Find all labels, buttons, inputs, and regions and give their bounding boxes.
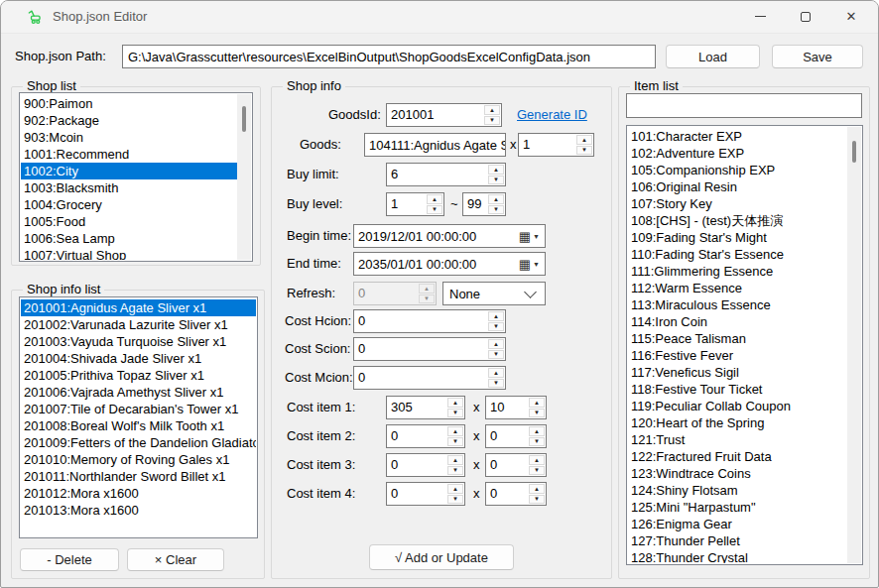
cost-hcion-spinner[interactable]: 0 ▲▼ — [353, 309, 506, 333]
arrow-up-icon[interactable]: ▲ — [529, 426, 545, 436]
arrow-down-icon[interactable]: ▼ — [529, 466, 545, 476]
shop-info-list-item[interactable]: 201007:Tile of Decarabian's Tower x1 — [21, 401, 256, 417]
end-time-picker[interactable]: 2035/01/01 00:00:00 ▦ ▼ — [353, 252, 546, 276]
begin-time-picker[interactable]: 2019/12/01 00:00:00 ▦ ▼ — [353, 224, 546, 248]
arrow-up-icon[interactable]: ▲ — [484, 105, 500, 115]
arrow-up-icon[interactable]: ▲ — [488, 165, 504, 175]
item-list-item[interactable]: 116:Festive Fever — [628, 347, 861, 364]
item-list-item[interactable]: 114:Iron Coin — [628, 313, 861, 330]
item-list-item[interactable]: 126:Enigma Gear — [628, 516, 861, 532]
item-list-item[interactable]: 109:Fading Star's Might — [628, 229, 861, 246]
arrow-up-icon[interactable]: ▲ — [488, 194, 504, 204]
arrow-down-icon[interactable]: ▼ — [529, 495, 545, 505]
load-button[interactable]: Load — [666, 45, 760, 68]
arrow-down-icon[interactable]: ▼ — [488, 350, 504, 360]
goods-count-spinner[interactable]: 1 ▲▼ — [518, 133, 594, 157]
item-list-item[interactable]: 120:Heart of the Spring — [628, 414, 861, 431]
shop-list-item[interactable]: 903:Mcoin — [21, 129, 251, 146]
arrow-down-icon[interactable]: ▼ — [529, 437, 545, 447]
item-list-item[interactable]: 118:Festive Tour Ticket — [628, 381, 861, 398]
arrow-up-icon[interactable]: ▲ — [529, 398, 545, 408]
item-list-item[interactable]: 124:Shiny Flotsam — [628, 482, 861, 499]
item-list-item[interactable]: 128:Thunder Crystal — [628, 549, 861, 563]
buy-level-min-spinner[interactable]: 1 ▲▼ — [386, 192, 444, 216]
item-list-item[interactable]: 110:Fading Star's Essence — [628, 246, 861, 263]
item-list-item[interactable]: 123:Windtrace Coins — [628, 465, 861, 482]
cost-mcion-spinner[interactable]: 0 ▲▼ — [353, 366, 506, 390]
shop-list-scrollbar[interactable] — [237, 94, 251, 260]
item-list-item[interactable]: 106:Original Resin — [628, 178, 861, 195]
maximize-button[interactable] — [783, 1, 828, 32]
arrow-down-icon[interactable]: ▼ — [447, 495, 463, 505]
cost-item-2-count-spinner[interactable]: 0 ▲▼ — [485, 424, 547, 448]
arrow-up-icon[interactable]: ▲ — [529, 455, 545, 465]
shop-info-list-item[interactable]: 201011:Northlander Sword Billet x1 — [21, 468, 256, 485]
shop-list-item[interactable]: 902:Package — [21, 112, 251, 129]
shop-info-list-item[interactable]: 201002:Varunada Lazurite Sliver x1 — [21, 316, 256, 333]
arrow-up-icon[interactable]: ▲ — [447, 484, 463, 494]
shop-info-list-item[interactable]: 201003:Vayuda Turquoise Sliver x1 — [21, 333, 256, 350]
arrow-down-icon[interactable]: ▼ — [447, 437, 463, 447]
cost-item-1-id-spinner[interactable]: 305 ▲▼ — [386, 396, 465, 419]
item-list-scrollbar[interactable] — [847, 127, 861, 563]
shop-info-list-item[interactable]: 201006:Vajrada Amethyst Sliver x1 — [21, 384, 256, 401]
goodsid-spinner[interactable]: 201001 ▲▼ — [386, 103, 502, 127]
item-list-item[interactable]: 101:Character EXP — [628, 128, 861, 145]
close-button[interactable]: ✕ — [828, 1, 874, 32]
arrow-down-icon[interactable]: ▼ — [484, 116, 500, 126]
cost-item-4-count-spinner[interactable]: 0 ▲▼ — [485, 482, 547, 506]
cost-item-3-id-spinner[interactable]: 0 ▲▼ — [386, 453, 465, 477]
item-list-item[interactable]: 102:Adventure EXP — [628, 145, 861, 162]
goods-input[interactable]: 104111:Agnidus Agate S — [364, 133, 506, 157]
item-list-item[interactable]: 122:Fractured Fruit Data — [628, 448, 861, 465]
scrollbar-thumb[interactable] — [242, 106, 246, 132]
arrow-up-icon[interactable]: ▲ — [427, 194, 442, 204]
arrow-down-icon[interactable]: ▼ — [488, 205, 504, 215]
dropdown-arrow-icon[interactable]: ▼ — [533, 261, 540, 268]
shop-list-item[interactable]: 1004:Grocery — [21, 196, 251, 213]
shop-info-list-item[interactable]: 201004:Shivada Jade Sliver x1 — [21, 350, 256, 367]
delete-button[interactable]: - Delete — [20, 548, 119, 571]
shop-info-listbox[interactable]: 201001:Agnidus Agate Sliver x1201002:Var… — [19, 296, 258, 538]
item-list-item[interactable]: 119:Peculiar Collab Coupon — [628, 398, 861, 414]
item-search-input[interactable] — [626, 93, 862, 118]
item-list-item[interactable]: 108:[CHS] - (test)天体推演 — [628, 212, 861, 229]
scrollbar-thumb[interactable] — [852, 141, 856, 163]
arrow-down-icon[interactable]: ▼ — [529, 409, 545, 418]
item-list-item[interactable]: 117:Veneficus Sigil — [628, 364, 861, 381]
shop-info-list-item[interactable]: 201001:Agnidus Agate Sliver x1 — [21, 299, 256, 316]
arrow-up-icon[interactable]: ▲ — [488, 368, 504, 378]
arrow-down-icon[interactable]: ▼ — [447, 409, 463, 418]
arrow-up-icon[interactable]: ▲ — [488, 339, 504, 349]
arrow-down-icon[interactable]: ▼ — [488, 176, 504, 185]
shop-list-item[interactable]: 1003:Blacksmith — [21, 179, 251, 196]
shop-list-item[interactable]: 1005:Food — [21, 213, 251, 230]
item-list-item[interactable]: 112:Warm Essence — [628, 280, 861, 296]
shop-list-item[interactable]: 900:Paimon — [21, 95, 251, 112]
shop-info-list-item[interactable]: 201010:Memory of Roving Gales x1 — [21, 451, 256, 468]
cost-item-4-id-spinner[interactable]: 0 ▲▼ — [386, 482, 465, 506]
buy-level-max-spinner[interactable]: 99 ▲▼ — [462, 192, 506, 216]
arrow-up-icon[interactable]: ▲ — [447, 426, 463, 436]
arrow-up-icon[interactable]: ▲ — [576, 135, 592, 145]
shop-list-item[interactable]: 1007:Virtual Shop — [21, 247, 251, 260]
path-input[interactable] — [122, 45, 656, 68]
item-list-item[interactable]: 115:Peace Talisman — [628, 330, 861, 347]
arrow-down-icon[interactable]: ▼ — [576, 146, 592, 156]
shop-list-item[interactable]: 1001:Recommend — [21, 146, 251, 163]
dropdown-arrow-icon[interactable]: ▼ — [533, 233, 540, 240]
arrow-up-icon[interactable]: ▲ — [529, 484, 545, 494]
arrow-down-icon[interactable]: ▼ — [488, 379, 504, 389]
cost-item-2-id-spinner[interactable]: 0 ▲▼ — [386, 424, 465, 448]
cost-scion-spinner[interactable]: 0 ▲▼ — [353, 337, 506, 361]
arrow-down-icon[interactable]: ▼ — [488, 322, 504, 332]
item-listbox[interactable]: 101:Character EXP102:Adventure EXP105:Co… — [626, 125, 863, 565]
item-list-item[interactable]: 127:Thunder Pellet — [628, 532, 861, 549]
buy-limit-spinner[interactable]: 6 ▲▼ — [386, 163, 506, 186]
minimize-button[interactable] — [737, 1, 783, 32]
arrow-down-icon[interactable]: ▼ — [447, 466, 463, 476]
item-list-item[interactable]: 105:Companionship EXP — [628, 162, 861, 178]
item-list-item[interactable]: 113:Miraculous Essence — [628, 296, 861, 313]
arrow-up-icon[interactable]: ▲ — [488, 311, 504, 321]
cost-item-3-count-spinner[interactable]: 0 ▲▼ — [485, 453, 547, 477]
